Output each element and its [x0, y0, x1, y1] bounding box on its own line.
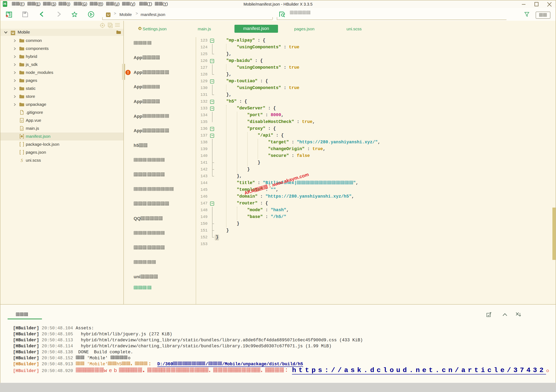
svg-text:S: S — [20, 158, 23, 163]
svg-text:J: J — [21, 127, 22, 130]
svg-text:V: V — [21, 119, 23, 122]
